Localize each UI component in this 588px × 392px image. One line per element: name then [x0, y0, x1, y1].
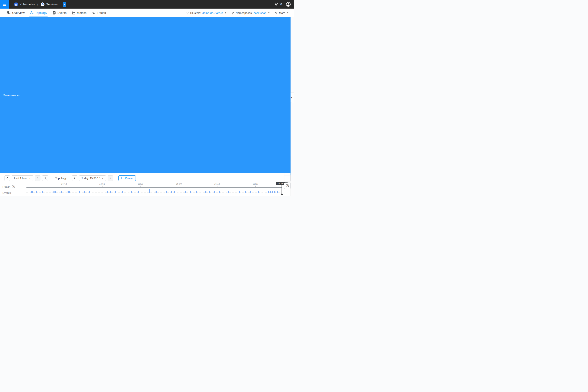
event-bar[interactable] — [42, 191, 43, 193]
top-header: Kubernetes / Services Save view as... ▼ … — [0, 0, 294, 8]
event-bar[interactable] — [274, 191, 276, 193]
event-bar[interactable] — [30, 191, 32, 193]
view-tabbar: OverviewTopologyEventsMetricsTraces Clus… — [0, 8, 294, 17]
timeline-panel: Last 1 hour▼ Topology Today, 15:33:10▼ P… — [0, 173, 294, 196]
filter-bar: Clusters:demo-de...tate.io▼Namespaces:so… — [186, 8, 294, 17]
event-bar[interactable] — [61, 191, 62, 193]
event-bar[interactable] — [32, 191, 33, 193]
tab-overview[interactable]: Overview — [7, 8, 24, 17]
event-bar[interactable] — [214, 191, 215, 193]
health-timeline-line — [26, 187, 282, 188]
zoom-out-button[interactable]: − — [284, 175, 290, 181]
breadcrumb-services[interactable]: Services — [40, 2, 58, 6]
time-tick-label: 15:00 — [138, 182, 143, 185]
breadcrumb-separator: / — [37, 3, 38, 6]
event-bar[interactable] — [270, 191, 271, 193]
timeline-layer[interactable]: 14:4214:5115:0015:0915:1815:2715:33:10 — [0, 173, 294, 196]
save-view-caret-icon[interactable]: ▼ — [63, 2, 66, 7]
event-bar[interactable] — [89, 191, 90, 193]
event-bar[interactable] — [54, 191, 54, 193]
breadcrumb-label: Kubernetes — [20, 3, 35, 6]
time-tick-label: 15:27 — [252, 182, 258, 185]
event-bar[interactable] — [110, 191, 111, 193]
tab-events[interactable]: Events — [52, 8, 66, 17]
chevron-down-icon: ▼ — [287, 12, 289, 14]
metrics-icon — [72, 11, 75, 14]
kubernetes-logo-icon — [14, 2, 18, 6]
events-icon — [52, 11, 56, 14]
tab-traces[interactable]: Traces — [92, 8, 106, 17]
breadcrumb: Kubernetes / Services — [14, 2, 58, 6]
hamburger-menu-button[interactable] — [0, 0, 9, 8]
event-bar[interactable] — [258, 191, 259, 193]
filter-more[interactable]: More▼ — [274, 12, 289, 14]
event-bar[interactable] — [185, 191, 186, 193]
tab-metrics[interactable]: Metrics — [72, 8, 86, 17]
header-right: 0 — [274, 2, 294, 7]
event-bar[interactable] — [190, 191, 191, 193]
time-tick-mark — [217, 186, 218, 186]
events-timeline-baseline — [26, 192, 280, 193]
time-tick-label: 15:18 — [214, 182, 220, 185]
event-bar[interactable] — [196, 191, 197, 193]
time-tick-label: 14:42 — [61, 182, 67, 185]
event-bar[interactable] — [272, 191, 273, 193]
funnel-icon — [231, 12, 234, 14]
event-bar[interactable] — [138, 191, 139, 193]
event-bar[interactable] — [79, 191, 80, 193]
event-bar[interactable] — [36, 191, 37, 193]
pin-icon[interactable] — [274, 2, 278, 6]
event-bar[interactable] — [277, 191, 278, 193]
event-bar[interactable] — [131, 191, 132, 193]
event-bar[interactable] — [245, 191, 246, 193]
time-tick-label: 15:09 — [176, 182, 182, 185]
event-bar[interactable] — [268, 191, 269, 193]
event-bar[interactable] — [69, 191, 70, 193]
help-button[interactable]: ? — [284, 182, 290, 189]
event-bar[interactable] — [107, 191, 108, 193]
time-tick-label: 14:51 — [99, 182, 105, 185]
traces-icon — [92, 11, 95, 14]
time-tick-mark — [64, 186, 64, 186]
event-bar[interactable] — [68, 191, 68, 193]
funnel-icon — [186, 12, 189, 14]
event-bar[interactable] — [174, 191, 176, 193]
breadcrumb-kubernetes[interactable]: Kubernetes — [14, 2, 35, 6]
event-bar[interactable] — [55, 191, 56, 193]
tabs: OverviewTopologyEventsMetricsTraces — [0, 8, 106, 17]
event-bar[interactable] — [115, 191, 116, 193]
time-tick-mark — [179, 186, 179, 186]
event-bar[interactable] — [250, 191, 251, 193]
filter-namespaces[interactable]: Namespaces:sock-shop▼ — [231, 12, 270, 14]
event-bar[interactable] — [209, 191, 210, 193]
chevron-down-icon: ▼ — [224, 12, 226, 14]
help-icon: ? — [286, 184, 289, 188]
event-bar[interactable] — [219, 191, 220, 193]
event-bar[interactable] — [239, 191, 240, 193]
time-tick-mark — [140, 186, 141, 186]
time-tick-mark — [256, 186, 256, 186]
event-bar[interactable] — [156, 191, 156, 193]
event-bar[interactable] — [171, 191, 172, 193]
svg-text:?: ? — [287, 185, 288, 187]
stackstate-topology-app: Kubernetes / Services Save view as... ▼ … — [0, 0, 294, 196]
chevron-down-icon: ▼ — [268, 12, 270, 14]
funnel-icon — [274, 12, 278, 14]
event-bar[interactable] — [149, 189, 150, 193]
tab-topology[interactable]: Topology — [30, 8, 47, 17]
event-bar[interactable] — [206, 191, 206, 193]
overview-icon — [7, 11, 10, 14]
event-bar[interactable] — [166, 191, 167, 193]
event-bar[interactable] — [228, 191, 229, 193]
current-time-marker-line[interactable] — [282, 185, 282, 194]
event-bar[interactable] — [122, 191, 123, 193]
save-view-as-button[interactable]: Save view as... ▼ — [63, 2, 66, 7]
event-bar[interactable] — [84, 191, 85, 193]
time-tick-mark — [102, 186, 102, 186]
filter-clusters[interactable]: Clusters:demo-de...tate.io▼ — [186, 12, 226, 14]
services-icon — [40, 2, 45, 6]
breadcrumb-label: Services — [46, 3, 58, 6]
current-time-marker-dot[interactable] — [281, 194, 283, 196]
topology-icon — [30, 11, 34, 14]
user-avatar[interactable] — [286, 2, 291, 7]
